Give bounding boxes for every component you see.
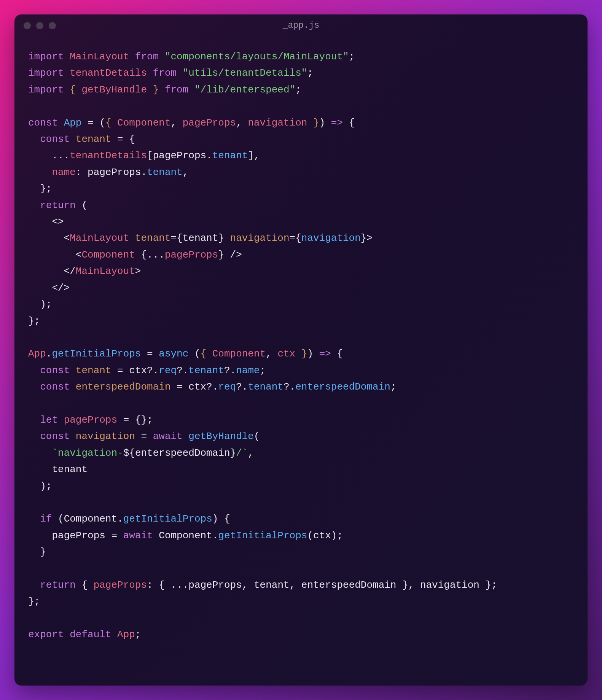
code-token: . (206, 150, 212, 161)
close-icon[interactable] (24, 22, 31, 29)
code-token (153, 530, 159, 541)
code-token: tenantDetails (70, 150, 147, 161)
code-token: }; (28, 596, 40, 607)
code-token: const (40, 431, 76, 442)
code-content[interactable]: import MainLayout from "components/layou… (14, 37, 588, 686)
code-token: /> (224, 249, 242, 261)
code-token: const (28, 117, 64, 129)
code-token: . (46, 348, 52, 360)
code-token: { (295, 232, 301, 244)
code-token: import (28, 51, 70, 62)
code-token: import (28, 67, 70, 79)
code-token: = (170, 381, 188, 393)
code-token: }; (479, 579, 497, 591)
code-token: navigation (301, 232, 361, 244)
code-token: name (52, 167, 75, 178)
code-token: ) (319, 117, 325, 129)
code-token: , (290, 579, 301, 591)
code-token: => (319, 348, 331, 360)
code-token: return (40, 200, 76, 211)
code-token: Component (159, 530, 212, 541)
code-token: tenant (254, 579, 290, 591)
code-token: ; (295, 84, 301, 95)
code-token: </> (28, 282, 70, 294)
code-token: } (361, 232, 367, 244)
code-token: Component (212, 348, 266, 360)
code-token: ?. (224, 365, 236, 376)
code-token: Component (117, 117, 170, 129)
code-token: }; (28, 183, 52, 194)
code-token: ], (248, 150, 260, 161)
code-token: ?. (236, 381, 248, 393)
code-token: , (236, 117, 248, 129)
code-token: ); (28, 299, 52, 310)
code-token: from (153, 67, 177, 79)
code-token: tenant (183, 232, 218, 244)
code-token (28, 365, 40, 376)
code-token: ; (307, 67, 313, 79)
code-token: tenant (76, 365, 111, 376)
code-token: , (242, 579, 254, 591)
code-token (135, 249, 141, 261)
code-token: async (159, 348, 188, 360)
code-token: req (159, 365, 177, 376)
code-token (28, 530, 52, 541)
maximize-icon[interactable] (49, 22, 56, 29)
code-token: = (111, 365, 129, 376)
code-token (28, 134, 40, 145)
code-token: ctx (313, 530, 331, 541)
code-token: pageProps (64, 414, 117, 426)
code-token (129, 51, 135, 62)
code-token: navigation (420, 579, 479, 591)
code-token: pageProps (153, 150, 206, 161)
minimize-icon[interactable] (36, 22, 43, 29)
code-token: { (331, 348, 343, 360)
code-token: ${ (123, 447, 135, 459)
code-token (183, 431, 189, 442)
code-token: let (40, 414, 64, 426)
code-token (177, 67, 183, 79)
code-token: } (218, 249, 224, 261)
code-token: tenant (76, 134, 111, 145)
code-token: tenant (212, 150, 248, 161)
code-token: ?. (147, 365, 159, 376)
code-token (129, 232, 135, 244)
code-token (28, 414, 40, 426)
code-token (28, 431, 40, 442)
code-token: req (218, 381, 236, 393)
code-token: "/lib/enterspeed" (194, 84, 295, 95)
code-token: } (230, 447, 236, 459)
code-token: "components/layouts/MainLayout" (165, 51, 349, 62)
code-token: pageProps (183, 117, 236, 129)
code-token: tenant (135, 232, 171, 244)
code-token: getByHandle (188, 431, 254, 442)
code-token: => (331, 117, 343, 129)
code-token: { (70, 84, 81, 95)
code-token: ; (135, 629, 141, 640)
code-token (28, 447, 52, 459)
code-token (325, 117, 331, 129)
code-token: } (218, 232, 224, 244)
code-token: await (153, 431, 183, 442)
code-token: navigation (76, 431, 135, 442)
code-token: = (105, 530, 123, 541)
code-token: tenant (52, 464, 88, 475)
code-token: ; (390, 381, 397, 393)
traffic-lights (24, 22, 56, 29)
code-token (28, 381, 40, 393)
code-token: ; (349, 51, 355, 62)
code-token: . (117, 513, 123, 525)
code-token: < (28, 232, 70, 244)
code-token (111, 629, 117, 640)
code-token: { (141, 249, 147, 261)
code-token: = {}; (117, 414, 153, 426)
code-token (28, 513, 40, 525)
code-token: }; (28, 315, 40, 327)
code-token: "utils/tenantDetails" (183, 67, 307, 79)
code-token: export (28, 629, 70, 640)
code-token: { (76, 579, 94, 591)
code-token: > (135, 266, 141, 277)
code-token: import (28, 84, 70, 95)
code-token: ... (28, 150, 70, 161)
code-token: pageProps (52, 530, 105, 541)
